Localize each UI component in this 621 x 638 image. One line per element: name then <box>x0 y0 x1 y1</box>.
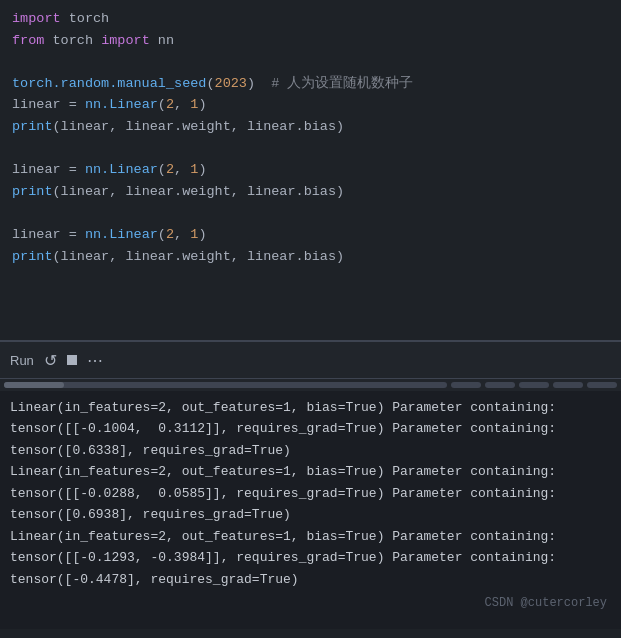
output-line-5: tensor([[-0.0288, 0.0585]], requires_gra… <box>10 483 611 504</box>
output-line-6: tensor([0.6938], requires_grad=True) <box>10 504 611 525</box>
scrollbar-area <box>0 379 621 391</box>
scrollbar-end4 <box>553 382 583 388</box>
code-line-4: torch.random.manual_seed(2023) # 人为设置随机数… <box>12 73 609 95</box>
scrollbar-end <box>451 382 481 388</box>
run-button[interactable]: Run <box>10 353 34 368</box>
code-line-3 <box>12 51 609 73</box>
code-editor: import torch from torch import nn torch.… <box>0 0 621 340</box>
code-line-2: from torch import nn <box>12 30 609 52</box>
run-toolbar: Run ↺ ⋯ <box>0 341 621 379</box>
scrollbar-end3 <box>519 382 549 388</box>
output-line-7: Linear(in_features=2, out_features=1, bi… <box>10 526 611 547</box>
refresh-icon[interactable]: ↺ <box>44 351 57 370</box>
code-line-6: print(linear, linear.weight, linear.bias… <box>12 116 609 138</box>
scrollbar-thumb <box>4 382 64 388</box>
code-line-8: linear = nn.Linear(2, 1) <box>12 159 609 181</box>
scrollbar-end5 <box>587 382 617 388</box>
output-line-9: tensor([-0.4478], requires_grad=True) <box>10 569 611 590</box>
code-line-5: linear = nn.Linear(2, 1) <box>12 94 609 116</box>
output-line-8: tensor([[-0.1293, -0.3984]], requires_gr… <box>10 547 611 568</box>
output-area: Linear(in_features=2, out_features=1, bi… <box>0 391 621 629</box>
more-button[interactable]: ⋯ <box>87 351 103 370</box>
scrollbar-end2 <box>485 382 515 388</box>
output-line-3: tensor([0.6338], requires_grad=True) <box>10 440 611 461</box>
watermark: CSDN @cutercorley <box>10 594 611 614</box>
scrollbar-track[interactable] <box>4 382 447 388</box>
code-line-1: import torch <box>12 8 609 30</box>
stop-button[interactable] <box>67 355 77 365</box>
stop-icon <box>67 355 77 365</box>
output-line-4: Linear(in_features=2, out_features=1, bi… <box>10 461 611 482</box>
code-line-11: linear = nn.Linear(2, 1) <box>12 224 609 246</box>
output-line-1: Linear(in_features=2, out_features=1, bi… <box>10 397 611 418</box>
code-line-12: print(linear, linear.weight, linear.bias… <box>12 246 609 268</box>
code-line-10 <box>12 202 609 224</box>
code-line-7 <box>12 138 609 160</box>
code-line-9: print(linear, linear.weight, linear.bias… <box>12 181 609 203</box>
output-line-2: tensor([[-0.1004, 0.3112]], requires_gra… <box>10 418 611 439</box>
